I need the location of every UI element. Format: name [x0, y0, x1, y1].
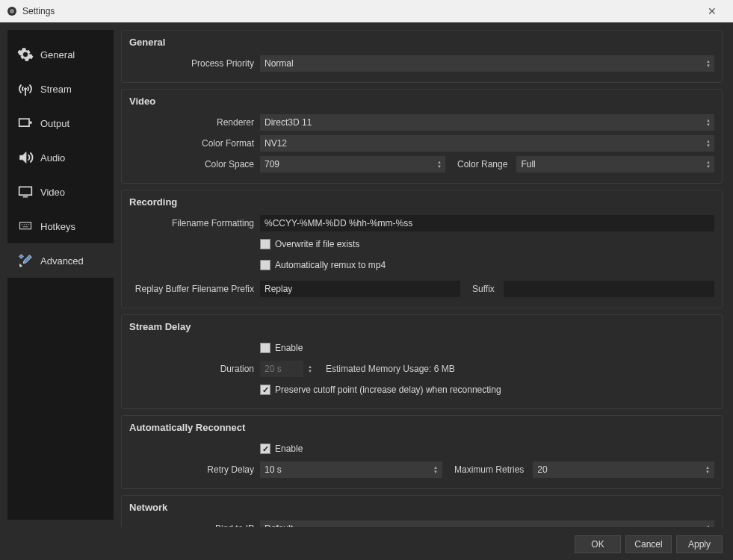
sidebar-item-hotkeys[interactable]: Hotkeys — [7, 209, 114, 243]
retry-delay-label: Retry Delay — [129, 464, 260, 475]
sidebar: General Stream Output Audio — [7, 30, 114, 520]
keyboard-icon — [15, 218, 36, 234]
svg-rect-5 — [19, 187, 32, 195]
checkbox-icon — [260, 239, 270, 249]
sidebar-item-label: Hotkeys — [40, 221, 75, 232]
group-auto-reconnect: Automatically Reconnect Enable Retry Del… — [121, 415, 723, 489]
replay-prefix-input[interactable]: Replay — [260, 281, 460, 297]
max-retries-label: Maximum Retries — [447, 464, 528, 475]
group-title: Network — [122, 496, 722, 517]
titlebar: Settings ✕ — [0, 0, 733, 22]
group-title: Automatically Reconnect — [122, 416, 722, 438]
checkbox-checked-icon — [260, 444, 270, 454]
color-format-select[interactable]: NV12 — [260, 135, 714, 152]
process-priority-label: Process Priority — [129, 58, 260, 69]
group-title: Video — [122, 90, 722, 111]
dialog-footer: OK Cancel Apply — [0, 527, 733, 560]
sidebar-item-video[interactable]: Video — [7, 175, 114, 209]
suffix-input[interactable] — [504, 281, 714, 297]
output-icon — [15, 115, 36, 131]
overwrite-checkbox[interactable]: Overwrite if file exists — [260, 239, 359, 249]
chevron-updown-icon — [702, 463, 713, 476]
remux-checkbox[interactable]: Automatically remux to mp4 — [260, 260, 386, 270]
color-space-select[interactable]: 709 — [260, 156, 445, 172]
bind-ip-select[interactable]: Default — [260, 520, 714, 527]
sidebar-item-output[interactable]: Output — [7, 106, 114, 140]
app-icon — [6, 5, 18, 17]
settings-content[interactable]: General Process Priority Normal — [114, 22, 733, 527]
color-format-label: Color Format — [129, 138, 260, 149]
chevron-updown-icon — [704, 137, 713, 150]
memory-usage-label: Estimated Memory Usage: 6 MB — [323, 364, 460, 374]
gear-icon — [15, 46, 36, 63]
sidebar-item-stream[interactable]: Stream — [7, 72, 114, 106]
group-recording: Recording Filename Formatting %CCYY-%MM-… — [121, 190, 723, 308]
monitor-icon — [15, 184, 36, 200]
close-button[interactable]: ✕ — [697, 5, 727, 17]
chevron-updown-icon — [430, 463, 441, 476]
color-space-label: Color Space — [129, 159, 260, 169]
antenna-icon — [15, 81, 36, 97]
sidebar-item-label: General — [40, 49, 75, 60]
sidebar-item-general[interactable]: General — [7, 37, 114, 72]
group-title: Stream Delay — [122, 315, 722, 337]
color-range-label: Color Range — [450, 159, 512, 169]
svg-point-1 — [10, 9, 14, 13]
duration-label: Duration — [129, 364, 260, 374]
ok-button[interactable]: OK — [575, 535, 621, 553]
preserve-cutoff-checkbox[interactable]: Preserve cutoff point (increase delay) w… — [260, 385, 501, 395]
sidebar-item-label: Video — [40, 187, 65, 198]
checkbox-checked-icon — [260, 385, 270, 395]
sidebar-item-label: Audio — [40, 152, 65, 164]
group-network: Network Bind to IP Default — [121, 495, 723, 527]
group-general: General Process Priority Normal — [121, 30, 723, 83]
chevron-updown-icon — [704, 158, 713, 171]
duration-spinbox[interactable]: 20 s — [260, 361, 303, 377]
chevron-updown-icon — [435, 158, 444, 171]
suffix-label: Suffix — [465, 284, 499, 294]
reconnect-enable-checkbox[interactable]: Enable — [260, 444, 303, 454]
sidebar-item-label: Output — [40, 118, 69, 129]
stream-delay-enable-checkbox[interactable]: Enable — [260, 343, 303, 353]
tools-icon — [15, 252, 36, 269]
renderer-label: Renderer — [129, 117, 260, 128]
speaker-icon — [15, 149, 36, 166]
window-body: General Stream Output Audio — [0, 22, 733, 527]
apply-button[interactable]: Apply — [676, 535, 723, 553]
sidebar-item-label: Stream — [40, 84, 72, 95]
svg-rect-7 — [20, 223, 31, 229]
window-title: Settings — [22, 6, 697, 16]
replay-prefix-label: Replay Buffer Filename Prefix — [129, 284, 260, 294]
cancel-button[interactable]: Cancel — [625, 535, 672, 553]
max-retries-spinbox[interactable]: 20 — [533, 461, 714, 478]
checkbox-icon — [260, 260, 270, 270]
process-priority-select[interactable]: Normal — [260, 55, 714, 72]
retry-delay-spinbox[interactable]: 10 s — [260, 461, 442, 478]
group-title: Recording — [122, 190, 722, 212]
color-range-select[interactable]: Full — [516, 156, 714, 172]
bind-ip-label: Bind to IP — [129, 523, 260, 527]
checkbox-icon — [260, 343, 270, 353]
settings-window: Settings ✕ General Stream Output — [0, 0, 733, 560]
renderer-select[interactable]: Direct3D 11 — [260, 114, 714, 131]
chevron-updown-icon — [704, 116, 713, 129]
filename-formatting-input[interactable]: %CCYY-%MM-%DD %hh-%mm-%ss — [260, 215, 714, 231]
group-video: Video Renderer Direct3D 11 Color Format — [121, 89, 723, 184]
chevron-updown-icon — [305, 362, 315, 376]
chevron-updown-icon — [704, 522, 713, 527]
group-stream-delay: Stream Delay Enable Duration — [121, 314, 723, 409]
sidebar-item-label: Advanced — [40, 255, 84, 267]
group-title: General — [122, 31, 722, 52]
svg-rect-4 — [19, 119, 29, 126]
sidebar-item-advanced[interactable]: Advanced — [7, 243, 114, 278]
chevron-updown-icon — [704, 57, 713, 70]
filename-formatting-label: Filename Formatting — [129, 218, 260, 228]
sidebar-item-audio[interactable]: Audio — [7, 140, 114, 175]
